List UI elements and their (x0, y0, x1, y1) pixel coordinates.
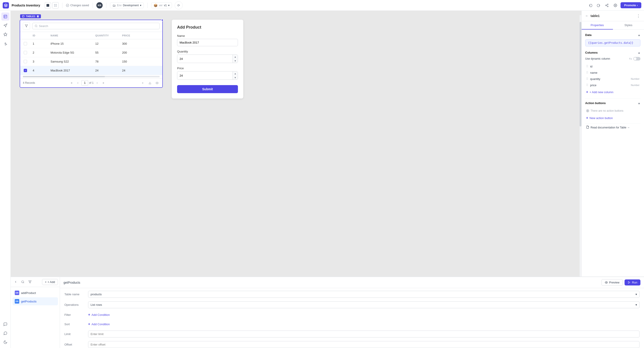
tab-properties[interactable]: Properties (582, 21, 613, 29)
name-field: Name (177, 34, 238, 46)
quantity-input[interactable] (177, 55, 232, 62)
operations-select[interactable]: List rows ▾ (88, 301, 640, 308)
drag-handle-price[interactable]: ⠿ (586, 83, 588, 87)
cell-checkbox-4[interactable]: ✓ (22, 66, 31, 75)
column-item-price: ⠿ price Number (585, 82, 640, 88)
sidebar-icon-ui[interactable] (1, 30, 10, 38)
columns-section-header: Columns ▲ (585, 51, 640, 54)
read-docs-link[interactable]: Read documentation for Table → (585, 124, 640, 131)
undo-btn[interactable] (588, 2, 594, 9)
page-last-btn[interactable]: » (100, 80, 106, 86)
resize-handle-tr[interactable] (161, 19, 164, 21)
page-next-btn[interactable]: › (94, 80, 100, 86)
table-name-label: Table name (64, 293, 84, 296)
name-input[interactable] (177, 39, 238, 46)
sync-btn[interactable]: ⟳ (175, 1, 183, 9)
table-label-delete[interactable]: 🗑 (37, 15, 39, 18)
submit-btn[interactable]: Submit (177, 85, 238, 93)
offset-input[interactable] (88, 341, 640, 348)
checkbox-2[interactable] (24, 51, 27, 54)
columns-section-toggle[interactable]: ▲ (638, 51, 640, 54)
tab-styles[interactable]: Styles (613, 21, 644, 29)
preview-btn[interactable]: Preview (602, 279, 623, 286)
settings-btn[interactable] (612, 2, 619, 9)
query-item-getproducts[interactable]: DB getProducts (12, 297, 58, 305)
cell-name-1: iPhone 15 (49, 39, 94, 48)
price-input-wrapper: ▲ ▼ (177, 71, 238, 80)
no-actions-msg: i There are no action buttons (585, 107, 640, 114)
drag-handle-name[interactable]: ⠿ (586, 71, 588, 74)
canvas-scrollbar[interactable] (580, 15, 582, 277)
version-selector[interactable]: 📦 ver v1 ▾ (151, 2, 172, 8)
filter-queries-btn[interactable] (27, 279, 33, 285)
add-column-btn[interactable]: + + Add new column (585, 88, 640, 96)
horizontal-scrollbar[interactable] (23, 76, 160, 77)
cell-checkbox-3[interactable] (22, 57, 31, 66)
new-action-btn[interactable]: + New action button (585, 114, 640, 122)
record-count: 4 Records (23, 81, 35, 84)
view-code-btn[interactable] (45, 2, 51, 8)
collapse-btn[interactable] (12, 279, 19, 285)
price-down-btn[interactable]: ▼ (233, 75, 238, 80)
price-up-btn[interactable]: ▲ (233, 71, 238, 75)
more-options-btn[interactable]: ⋮ (636, 13, 640, 18)
cell-checkbox-1[interactable] (22, 39, 31, 48)
page-prev-btn[interactable]: ‹ (75, 80, 80, 86)
add-row-btn[interactable]: + (140, 80, 145, 86)
cell-id-4: 4 (31, 66, 49, 75)
columns-section-title: Columns (585, 51, 598, 54)
sidebar-icon-help[interactable] (1, 329, 10, 337)
eye-btn[interactable] (154, 80, 160, 86)
sidebar-icon-pages[interactable] (1, 12, 10, 20)
promote-btn[interactable]: Promote › (620, 2, 641, 8)
action-buttons-toggle[interactable]: ▲ (638, 102, 640, 105)
query-item-addproduct[interactable]: DB addProduct (12, 289, 58, 297)
page-first-btn[interactable]: « (69, 80, 74, 86)
search-queries-btn[interactable] (20, 279, 26, 285)
price-label: Price (177, 67, 238, 70)
form-title: Add Product (177, 25, 238, 30)
dynamic-column-toggle[interactable] (633, 57, 640, 60)
add-query-btn[interactable]: + + Add (42, 279, 58, 285)
share-btn[interactable] (604, 2, 610, 9)
sidebar-icon-nav[interactable] (1, 21, 10, 29)
sidebar-icon-settings[interactable] (1, 39, 10, 47)
price-input[interactable] (177, 72, 232, 79)
quantity-up-btn[interactable]: ▲ (233, 55, 238, 59)
sidebar-icon-moon[interactable] (1, 338, 10, 346)
svg-marker-13 (4, 24, 7, 27)
quantity-down-btn[interactable]: ▼ (233, 59, 238, 63)
filter-btn[interactable] (23, 22, 30, 29)
redo-btn[interactable] (595, 2, 602, 9)
drag-handle-quantity[interactable]: ⠿ (586, 77, 588, 81)
download-btn[interactable] (147, 80, 152, 86)
checkbox-4[interactable]: ✓ (24, 69, 27, 72)
cell-id-3: 3 (31, 57, 49, 66)
cell-qty-4: 24 (94, 66, 120, 75)
bottom-toolbar-left: + + Add (11, 277, 60, 287)
canvas-content: TABLE1 🗑 Search (15, 15, 582, 277)
back-btn[interactable]: ← (585, 14, 589, 18)
run-btn[interactable]: Run (624, 279, 640, 285)
svg-point-8 (607, 6, 608, 7)
sort-add-condition-btn[interactable]: + Add Condition (88, 321, 110, 327)
env-selector[interactable]: 🗂 Env Development ▾ (110, 2, 144, 8)
checkbox-3[interactable] (24, 60, 27, 63)
cell-checkbox-2[interactable] (22, 48, 31, 57)
sidebar-icon-chat[interactable] (1, 320, 10, 328)
data-value[interactable]: {{queries.getProducts.data}} (585, 39, 640, 46)
checkbox-1[interactable] (24, 42, 27, 45)
table-name-select[interactable]: products ▾ (88, 291, 640, 298)
table-row: 3 Samsung S22 78 150 (20, 57, 162, 66)
svg-line-22 (24, 283, 24, 283)
drag-handle-id[interactable]: ⠿ (586, 65, 588, 68)
limit-input[interactable] (88, 331, 640, 338)
limit-row: Limit (64, 331, 640, 338)
data-section-toggle[interactable]: ▲ (638, 33, 640, 37)
filter-add-condition-btn[interactable]: + Add Condition (88, 312, 110, 318)
query-editor-body: Table name products ▾ Operations List ro… (60, 288, 644, 348)
page-input[interactable] (82, 80, 88, 86)
history-actions (588, 2, 602, 9)
view-grid-btn[interactable] (52, 2, 58, 8)
search-box[interactable]: Search (32, 23, 160, 29)
